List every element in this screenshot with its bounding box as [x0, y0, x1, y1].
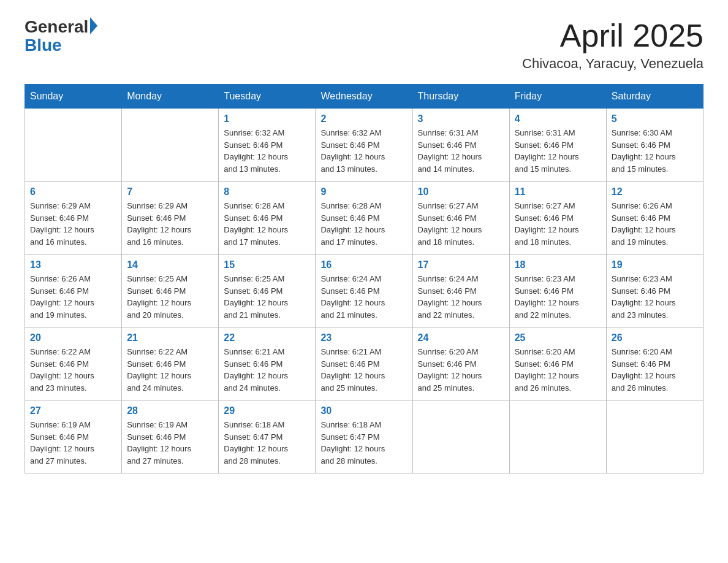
calendar-cell: 14Sunrise: 6:25 AMSunset: 6:46 PMDayligh…: [122, 255, 219, 327]
calendar-week-row: 6Sunrise: 6:29 AMSunset: 6:46 PMDaylight…: [25, 182, 703, 255]
day-number: 19: [612, 259, 698, 270]
weekday-header-row: SundayMondayTuesdayWednesdayThursdayFrid…: [25, 85, 703, 109]
day-info: Sunrise: 6:31 AMSunset: 6:46 PMDaylight:…: [418, 127, 504, 175]
day-number: 9: [320, 186, 407, 197]
day-info: Sunrise: 6:18 AMSunset: 6:47 PMDaylight:…: [224, 419, 310, 467]
day-info: Sunrise: 6:22 AMSunset: 6:46 PMDaylight:…: [30, 346, 116, 394]
calendar-cell: 18Sunrise: 6:23 AMSunset: 6:46 PMDayligh…: [509, 255, 606, 327]
day-info: Sunrise: 6:20 AMSunset: 6:46 PMDaylight:…: [612, 346, 698, 394]
day-number: 28: [127, 405, 213, 416]
day-info: Sunrise: 6:24 AMSunset: 6:46 PMDaylight:…: [320, 273, 407, 321]
calendar-cell: 29Sunrise: 6:18 AMSunset: 6:47 PMDayligh…: [219, 400, 316, 473]
day-info: Sunrise: 6:21 AMSunset: 6:46 PMDaylight:…: [224, 346, 310, 394]
calendar-cell: 16Sunrise: 6:24 AMSunset: 6:46 PMDayligh…: [316, 255, 412, 327]
calendar-cell: 9Sunrise: 6:28 AMSunset: 6:46 PMDaylight…: [316, 182, 412, 255]
day-number: 22: [224, 332, 310, 343]
weekday-header-friday: Friday: [509, 85, 606, 109]
day-number: 10: [418, 186, 504, 197]
logo-blue-text: Blue: [25, 36, 62, 55]
day-number: 16: [320, 259, 407, 270]
calendar-cell: 6Sunrise: 6:29 AMSunset: 6:46 PMDaylight…: [25, 182, 122, 255]
calendar-week-row: 27Sunrise: 6:19 AMSunset: 6:46 PMDayligh…: [25, 400, 703, 473]
day-number: 2: [320, 113, 407, 124]
day-info: Sunrise: 6:30 AMSunset: 6:46 PMDaylight:…: [612, 127, 698, 175]
day-number: 17: [418, 259, 504, 270]
day-info: Sunrise: 6:19 AMSunset: 6:46 PMDaylight:…: [30, 419, 116, 467]
calendar-cell: 22Sunrise: 6:21 AMSunset: 6:46 PMDayligh…: [219, 327, 316, 400]
day-info: Sunrise: 6:23 AMSunset: 6:46 PMDaylight:…: [515, 273, 601, 321]
calendar-cell: 15Sunrise: 6:25 AMSunset: 6:46 PMDayligh…: [219, 255, 316, 327]
logo-general-text: General: [25, 18, 88, 36]
calendar-cell: 4Sunrise: 6:31 AMSunset: 6:46 PMDaylight…: [509, 109, 606, 182]
day-number: 11: [515, 186, 601, 197]
logo: General Blue: [25, 18, 97, 55]
weekday-header-thursday: Thursday: [412, 85, 509, 109]
day-info: Sunrise: 6:32 AMSunset: 6:46 PMDaylight:…: [224, 127, 310, 175]
calendar-cell: 23Sunrise: 6:21 AMSunset: 6:46 PMDayligh…: [316, 327, 412, 400]
day-number: 18: [515, 259, 601, 270]
calendar-cell: 5Sunrise: 6:30 AMSunset: 6:46 PMDaylight…: [606, 109, 703, 182]
day-info: Sunrise: 6:27 AMSunset: 6:46 PMDaylight:…: [418, 200, 504, 248]
day-info: Sunrise: 6:32 AMSunset: 6:46 PMDaylight:…: [320, 127, 407, 175]
day-number: 6: [30, 186, 116, 197]
day-info: Sunrise: 6:26 AMSunset: 6:46 PMDaylight:…: [612, 200, 698, 248]
day-number: 8: [224, 186, 310, 197]
day-info: Sunrise: 6:20 AMSunset: 6:46 PMDaylight:…: [515, 346, 601, 394]
day-number: 23: [320, 332, 407, 343]
calendar-cell: 24Sunrise: 6:20 AMSunset: 6:46 PMDayligh…: [412, 327, 509, 400]
day-number: 26: [612, 332, 698, 343]
calendar-cell: 2Sunrise: 6:32 AMSunset: 6:46 PMDaylight…: [316, 109, 412, 182]
calendar-cell: 1Sunrise: 6:32 AMSunset: 6:46 PMDaylight…: [219, 109, 316, 182]
day-number: 24: [418, 332, 504, 343]
calendar-cell: [412, 400, 509, 473]
day-info: Sunrise: 6:28 AMSunset: 6:46 PMDaylight:…: [320, 200, 407, 248]
calendar-week-row: 13Sunrise: 6:26 AMSunset: 6:46 PMDayligh…: [25, 255, 703, 327]
day-info: Sunrise: 6:20 AMSunset: 6:46 PMDaylight:…: [418, 346, 504, 394]
day-number: 4: [515, 113, 601, 124]
day-info: Sunrise: 6:29 AMSunset: 6:46 PMDaylight:…: [30, 200, 116, 248]
day-info: Sunrise: 6:26 AMSunset: 6:46 PMDaylight:…: [30, 273, 116, 321]
calendar-cell: [122, 109, 219, 182]
calendar-cell: [25, 109, 122, 182]
day-info: Sunrise: 6:24 AMSunset: 6:46 PMDaylight:…: [418, 273, 504, 321]
day-number: 13: [30, 259, 116, 270]
day-info: Sunrise: 6:31 AMSunset: 6:46 PMDaylight:…: [515, 127, 601, 175]
day-info: Sunrise: 6:21 AMSunset: 6:46 PMDaylight:…: [320, 346, 407, 394]
calendar-cell: 30Sunrise: 6:18 AMSunset: 6:47 PMDayligh…: [316, 400, 412, 473]
day-info: Sunrise: 6:28 AMSunset: 6:46 PMDaylight:…: [224, 200, 310, 248]
day-info: Sunrise: 6:27 AMSunset: 6:46 PMDaylight:…: [515, 200, 601, 248]
location-title: Chivacoa, Yaracuy, Venezuela: [522, 56, 703, 72]
weekday-header-tuesday: Tuesday: [219, 85, 316, 109]
day-info: Sunrise: 6:25 AMSunset: 6:46 PMDaylight:…: [127, 273, 213, 321]
day-info: Sunrise: 6:25 AMSunset: 6:46 PMDaylight:…: [224, 273, 310, 321]
calendar-cell: 20Sunrise: 6:22 AMSunset: 6:46 PMDayligh…: [25, 327, 122, 400]
calendar-cell: 12Sunrise: 6:26 AMSunset: 6:46 PMDayligh…: [606, 182, 703, 255]
calendar-week-row: 20Sunrise: 6:22 AMSunset: 6:46 PMDayligh…: [25, 327, 703, 400]
calendar-cell: 19Sunrise: 6:23 AMSunset: 6:46 PMDayligh…: [606, 255, 703, 327]
day-info: Sunrise: 6:18 AMSunset: 6:47 PMDaylight:…: [320, 419, 407, 467]
weekday-header-wednesday: Wednesday: [316, 85, 412, 109]
day-number: 15: [224, 259, 310, 270]
weekday-header-saturday: Saturday: [606, 85, 703, 109]
day-info: Sunrise: 6:22 AMSunset: 6:46 PMDaylight:…: [127, 346, 213, 394]
calendar-table: SundayMondayTuesdayWednesdayThursdayFrid…: [25, 84, 703, 473]
month-title: April 2025: [522, 18, 703, 53]
day-number: 1: [224, 113, 310, 124]
weekday-header-monday: Monday: [122, 85, 219, 109]
calendar-week-row: 1Sunrise: 6:32 AMSunset: 6:46 PMDaylight…: [25, 109, 703, 182]
calendar-cell: 28Sunrise: 6:19 AMSunset: 6:46 PMDayligh…: [122, 400, 219, 473]
calendar-cell: 21Sunrise: 6:22 AMSunset: 6:46 PMDayligh…: [122, 327, 219, 400]
header: General Blue April 2025 Chivacoa, Yaracu…: [25, 18, 703, 72]
calendar-cell: [606, 400, 703, 473]
calendar-cell: 26Sunrise: 6:20 AMSunset: 6:46 PMDayligh…: [606, 327, 703, 400]
calendar-cell: 25Sunrise: 6:20 AMSunset: 6:46 PMDayligh…: [509, 327, 606, 400]
day-info: Sunrise: 6:19 AMSunset: 6:46 PMDaylight:…: [127, 419, 213, 467]
calendar-cell: 3Sunrise: 6:31 AMSunset: 6:46 PMDaylight…: [412, 109, 509, 182]
day-number: 27: [30, 405, 116, 416]
title-area: April 2025 Chivacoa, Yaracuy, Venezuela: [522, 18, 703, 72]
day-number: 20: [30, 332, 116, 343]
day-number: 12: [612, 186, 698, 197]
calendar-cell: 8Sunrise: 6:28 AMSunset: 6:46 PMDaylight…: [219, 182, 316, 255]
day-number: 29: [224, 405, 310, 416]
calendar-cell: 13Sunrise: 6:26 AMSunset: 6:46 PMDayligh…: [25, 255, 122, 327]
